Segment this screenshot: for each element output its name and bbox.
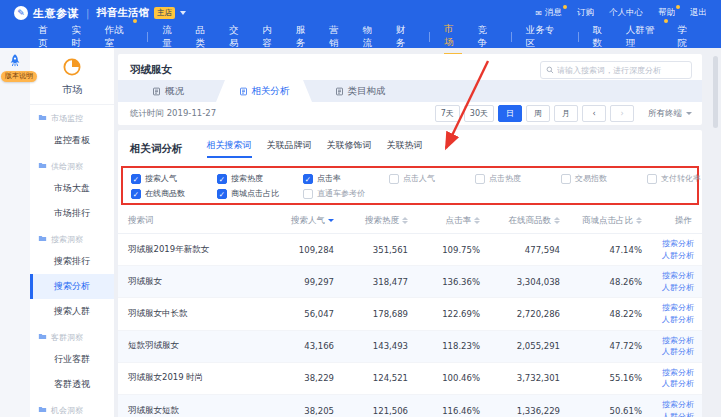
keyword-cell[interactable]: 羽绒服2019年新款女 (118, 234, 270, 266)
metric-checkbox[interactable]: 支付转化率 (639, 173, 721, 184)
sidebar-item[interactable]: 监控看板 (30, 128, 114, 153)
period-button[interactable]: ‹ (582, 105, 606, 122)
nav-item[interactable]: 业务专区 (526, 21, 563, 54)
checkbox-icon: ✓ (131, 189, 141, 199)
column-header[interactable]: 点击率 (418, 209, 490, 234)
metric-checkbox[interactable]: ✓搜索热度 (209, 173, 295, 184)
action-link[interactable]: 搜索分析 (662, 335, 692, 347)
page-tab[interactable]: 相关分析 (216, 80, 312, 102)
sidebar-item[interactable]: 行业客群 (30, 347, 114, 372)
shop-name[interactable]: 抖音生活馆 (96, 6, 149, 20)
period-button[interactable]: › (610, 105, 634, 122)
metric-checkbox[interactable]: 直通车参考价 (295, 188, 381, 199)
keyword-cell[interactable]: 短款羽绒服女 (118, 330, 270, 362)
action-link[interactable]: 搜索分析 (662, 399, 692, 411)
action-link[interactable]: 搜索分析 (662, 367, 692, 379)
nav-item[interactable]: 取数 (592, 21, 610, 54)
sort-icon[interactable] (402, 217, 408, 224)
terminal-filter[interactable]: 所有终端 (648, 108, 692, 120)
column-header[interactable]: 在线商品数 (490, 209, 570, 234)
sidebar-item[interactable]: 搜索人群 (30, 299, 114, 324)
metric-checkbox[interactable]: ✓搜索人气 (123, 173, 209, 184)
action-link[interactable]: 人群分析 (662, 411, 692, 417)
metric-checkbox[interactable]: ✓点击率 (295, 173, 381, 184)
period-button[interactable]: 30天 (464, 105, 494, 122)
action-link[interactable]: 人群分析 (662, 314, 692, 326)
action-link[interactable]: 人群分析 (662, 378, 692, 390)
page-tab[interactable]: 类目构成 (312, 80, 408, 102)
related-word-tab[interactable]: 相关搜索词 (207, 139, 252, 158)
sort-icon[interactable] (636, 217, 642, 224)
notification-dot (563, 5, 567, 9)
metric-checkbox[interactable]: ✓商城点击占比 (209, 188, 295, 199)
action-link[interactable]: 人群分析 (662, 250, 692, 262)
action-link[interactable]: 搜索分析 (662, 302, 692, 314)
topbar-link[interactable]: 订购 (577, 7, 594, 19)
value-cell: 48.26% (570, 266, 652, 298)
column-header[interactable]: 搜索人气 (270, 209, 344, 234)
nav-item[interactable]: 流量 (162, 21, 180, 54)
sort-icon[interactable] (554, 217, 560, 224)
topbar-link[interactable]: 个人中心 (609, 7, 643, 19)
topbar-link[interactable]: 退出 (690, 7, 707, 19)
action-link[interactable]: 搜索分析 (662, 270, 692, 282)
nav-item[interactable]: 内容 (262, 21, 280, 54)
nav-item[interactable]: 财务 (396, 21, 414, 54)
message-icon: ✉ (535, 9, 542, 18)
sidebar-item[interactable]: 市场大盘 (30, 176, 114, 201)
value-cell: 47.72% (570, 330, 652, 362)
nav-item[interactable]: 服务 (296, 21, 314, 54)
metric-checkbox[interactable]: ✓在线商品数 (123, 188, 209, 199)
folder-icon (38, 113, 47, 124)
metric-checkbox[interactable]: 交易指数 (553, 173, 639, 184)
action-link[interactable]: 人群分析 (662, 346, 692, 358)
keyword-cell[interactable]: 羽绒服女 (118, 266, 270, 298)
nav-item[interactable]: 学院 (678, 21, 696, 54)
chevron-down-icon (686, 112, 692, 115)
column-header[interactable]: 商城点击占比 (570, 209, 652, 234)
related-word-tab[interactable]: 关联修饰词 (327, 139, 372, 158)
sidebar-item[interactable]: 搜索分析 (30, 274, 114, 299)
metric-checkbox[interactable]: 点击人气 (381, 173, 467, 184)
sidebar-item[interactable]: 市场排行 (30, 201, 114, 226)
nav-item[interactable]: 交易 (229, 21, 247, 54)
metric-label: 直通车参考价 (317, 188, 365, 199)
brand-name[interactable]: 生意参谋 (33, 6, 79, 21)
sidebar-group-text: 市场监控 (51, 113, 83, 124)
search-box[interactable] (540, 61, 692, 79)
nav-item[interactable]: 人群管理 (626, 21, 663, 54)
period-button[interactable]: 月 (554, 105, 578, 122)
scrollbar-thumb[interactable] (713, 56, 718, 128)
sidebar-item[interactable]: 客群透视 (30, 372, 114, 397)
related-word-tab[interactable]: 关联热词 (387, 139, 423, 158)
topbar-link[interactable]: 帮助 (658, 7, 675, 19)
period-button[interactable]: 日 (498, 105, 522, 122)
nav-item[interactable]: 营销 (329, 21, 347, 54)
sort-up-icon (636, 217, 642, 220)
page-tab[interactable]: 概况 (120, 80, 216, 102)
period-button[interactable]: 周 (526, 105, 550, 122)
sort-desc-icon[interactable] (328, 219, 334, 222)
action-link[interactable]: 人群分析 (662, 282, 692, 294)
page-tabs: 概况相关分析类目构成 (118, 80, 702, 102)
nav-item[interactable]: 竞争 (477, 21, 495, 54)
period-button[interactable]: 7天 (435, 105, 460, 122)
topbar-link[interactable]: ✉消息 (535, 7, 562, 19)
nav-item[interactable]: 市场 (444, 20, 462, 55)
nav-item[interactable]: 品类 (196, 21, 214, 54)
action-link[interactable]: 搜索分析 (662, 238, 692, 250)
version-badge[interactable]: 版本说明 (1, 71, 37, 82)
page-tab-label: 类目构成 (348, 85, 386, 98)
related-word-tab[interactable]: 关联品牌词 (267, 139, 312, 158)
sidebar-item[interactable]: 搜索排行 (30, 249, 114, 274)
chevron-down-icon[interactable] (180, 11, 186, 15)
column-header[interactable]: 搜索热度 (344, 209, 418, 234)
keyword-cell[interactable]: 羽绒服女短款 (118, 394, 270, 417)
keyword-cell[interactable]: 羽绒服女中长款 (118, 298, 270, 330)
search-input[interactable] (557, 66, 686, 75)
keyword-cell[interactable]: 羽绒服女2019 时尚 (118, 362, 270, 394)
rocket-icon[interactable] (7, 53, 23, 69)
metric-checkbox[interactable]: 点击热度 (467, 173, 553, 184)
sort-icon[interactable] (474, 217, 480, 224)
nav-item[interactable]: 物流 (362, 21, 380, 54)
